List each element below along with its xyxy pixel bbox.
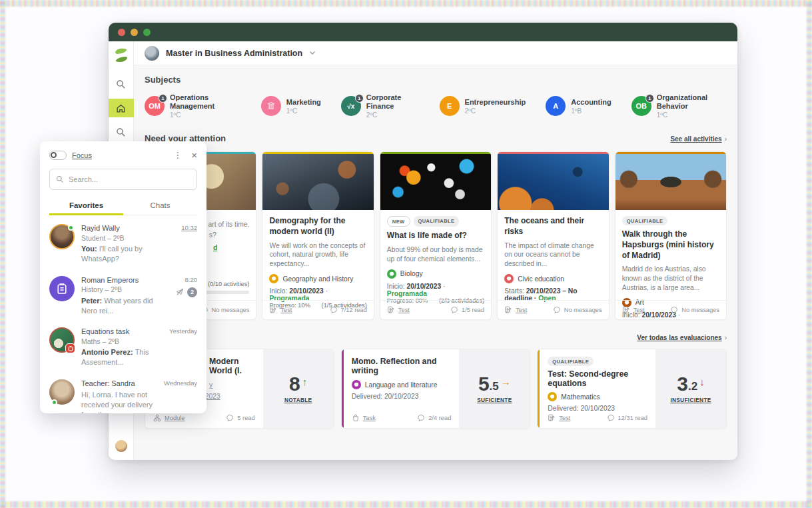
test-link[interactable]: Test: [269, 306, 292, 314]
focus-toggle[interactable]: [49, 151, 67, 160]
card-title: The oceans and their risks: [504, 216, 602, 237]
focus-chat-panel: Focus ⋮ × Favorites Chats Rayid Wally St…: [40, 141, 206, 413]
task-link[interactable]: Task: [352, 414, 376, 422]
subject-marketing[interactable]: Marketing1ºC: [261, 93, 321, 119]
activity-card-life[interactable]: NEW QUALIFIABLE What is life made of? Ab…: [380, 151, 492, 320]
test-icon: [622, 306, 630, 314]
grade-value: 5: [478, 374, 490, 394]
course-title: Master in Business Administration: [166, 49, 302, 58]
test-icon: [269, 306, 277, 314]
search-icon-2[interactable]: [109, 123, 134, 141]
test-link[interactable]: Test: [622, 306, 645, 314]
close-window-button[interactable]: [118, 29, 125, 36]
test-link[interactable]: Test: [504, 306, 527, 314]
new-badge: NEW: [387, 216, 410, 227]
subject-organizational-behavior[interactable]: OB 1 Organizational Behavior1ºC: [631, 93, 727, 119]
activity-cards-row: art of its time. s? d (0/10 activities) …: [145, 151, 727, 320]
home-icon[interactable]: [109, 99, 134, 117]
user-avatar[interactable]: [115, 440, 127, 452]
subject-accounting[interactable]: A Accounting1ºB: [546, 93, 611, 119]
card-title: Demography for the modern world (II): [269, 216, 366, 237]
card-status-fragment: d: [213, 244, 249, 251]
chat-message: Peter:What years did Nero rei...: [81, 296, 169, 316]
chat-item-equations-task[interactable]: Equations task Maths – 2ºB Antonio Perez…: [49, 321, 197, 373]
card-image: [498, 154, 608, 210]
subject-entrepreneurship[interactable]: E Entrepreneurship2ºC: [440, 93, 526, 119]
muted-send-icon: [176, 288, 184, 296]
read-count: 2/4 read: [417, 414, 451, 422]
notification-badge: 1: [645, 94, 654, 103]
unread-badge: 2: [187, 287, 197, 297]
evaluation-card-momo[interactable]: Momo. Reflection and writing Language an…: [341, 349, 531, 429]
delivered-date: Delivered: 20/10/2023: [548, 405, 647, 412]
notification-badge: 1: [159, 94, 167, 103]
chat-message: You:I'll call you by WhatsApp?: [81, 244, 175, 264]
messages-status: 7/12 read: [330, 306, 367, 314]
chat-message: Antonio Perez:This Assesment...: [81, 347, 163, 367]
focus-label[interactable]: Focus: [72, 151, 92, 159]
delivered-date: Delivered: 20/10/2023: [352, 393, 452, 400]
chat-bubble-icon: [450, 306, 458, 314]
dashboard-content: Subjects OM 1 Operations Management1ºC: [134, 65, 737, 460]
grade-value: 3: [677, 374, 688, 394]
test-link[interactable]: Test: [548, 414, 570, 422]
chevron-down-icon[interactable]: [309, 51, 316, 55]
card-subject[interactable]: Biology: [387, 269, 484, 279]
chat-subtitle: History – 2ºB: [81, 285, 169, 293]
chat-item-teacher-sandra[interactable]: Teacher: Sandra Hi, Lorna. I have not re…: [49, 373, 197, 413]
grade-label[interactable]: NOTABLE: [284, 397, 312, 403]
kebab-menu-icon[interactable]: ⋮: [173, 150, 182, 160]
grade-label[interactable]: INSUFICIENTE: [670, 397, 711, 403]
see-all-evaluations-link[interactable]: Ver todas las evaluaciones›: [637, 331, 727, 343]
evaluation-card-equations[interactable]: QUALIFIABLE Test: Second-degree equation…: [537, 349, 727, 429]
card-description: About 99% of our body is made up of four…: [387, 245, 484, 264]
chat-time: 8:20: [185, 276, 198, 283]
activity-card-oceans[interactable]: The oceans and their risks The impact of…: [497, 151, 609, 320]
tab-favorites[interactable]: Favorites: [49, 197, 123, 215]
grade-panel: 3 .2 ↓ INSUFICIENTE: [655, 349, 726, 428]
chat-item-roman-emperors[interactable]: Roman Emperors History – 2ºB Peter:What …: [49, 270, 197, 322]
grade-label[interactable]: SUFICIENTE: [477, 397, 512, 403]
chat-item-rayid[interactable]: Rayid Wally Student – 2ºB You:I'll call …: [49, 218, 197, 270]
grade-right-arrow-icon: →: [501, 376, 511, 387]
card-subject[interactable]: Civic education: [504, 274, 602, 283]
close-icon[interactable]: ×: [191, 150, 197, 160]
card-subject[interactable]: Geography and History: [269, 274, 366, 283]
subject-circle: √x 1: [341, 96, 361, 116]
chat-bubble-icon: [226, 414, 234, 422]
chat-time: 10:32: [181, 224, 197, 231]
evaluation-title-fragment: Modern World (I.: [209, 357, 255, 375]
chat-bubble-icon: [553, 306, 561, 314]
zoom-window-button[interactable]: [143, 29, 151, 36]
grade-value: 8: [289, 374, 300, 394]
messages-status: No messages: [201, 306, 250, 314]
test-link[interactable]: Test: [387, 306, 410, 314]
see-all-activities-link[interactable]: See all activities›: [670, 132, 727, 144]
tab-chats[interactable]: Chats: [123, 197, 197, 215]
search-box[interactable]: [49, 169, 197, 190]
subject-circle: E: [440, 96, 460, 116]
subject-circle: OM 1: [145, 96, 165, 116]
subject-operations-management[interactable]: OM 1 Operations Management1ºC: [145, 93, 241, 119]
chat-bubble-icon: [670, 306, 678, 314]
subject-circle: A: [546, 96, 566, 116]
qualifiable-badge: QUALIFIABLE: [548, 357, 594, 366]
evaluation-title: Test: Second-degree equations: [548, 369, 647, 388]
subject-chat-icon: [352, 380, 361, 389]
clipboard-icon: [56, 283, 68, 295]
subject-corporate-finance[interactable]: √x 1 Corporate Finance2ºC: [341, 93, 420, 119]
activity-card-demography[interactable]: Demography for the modern world (II) We …: [262, 151, 374, 320]
card-subject[interactable]: Mathematics: [548, 392, 647, 401]
minimize-window-button[interactable]: [131, 29, 138, 36]
search-input[interactable]: [69, 175, 191, 183]
search-icon[interactable]: [109, 75, 134, 93]
card-status: Programada: [387, 290, 427, 297]
subject-circle: [261, 96, 281, 116]
app-header: Master in Business Administration: [134, 41, 737, 65]
subject-chat-icon: [548, 392, 557, 401]
card-subject[interactable]: Language and literature: [352, 380, 452, 389]
panel-tabs: Favorites Chats: [49, 197, 197, 215]
module-link[interactable]: Module: [153, 414, 185, 422]
online-dot: [51, 399, 57, 405]
activity-card-hapsburgs[interactable]: QUALIFIABLE Walk through the Hapsburgs (…: [615, 151, 727, 320]
